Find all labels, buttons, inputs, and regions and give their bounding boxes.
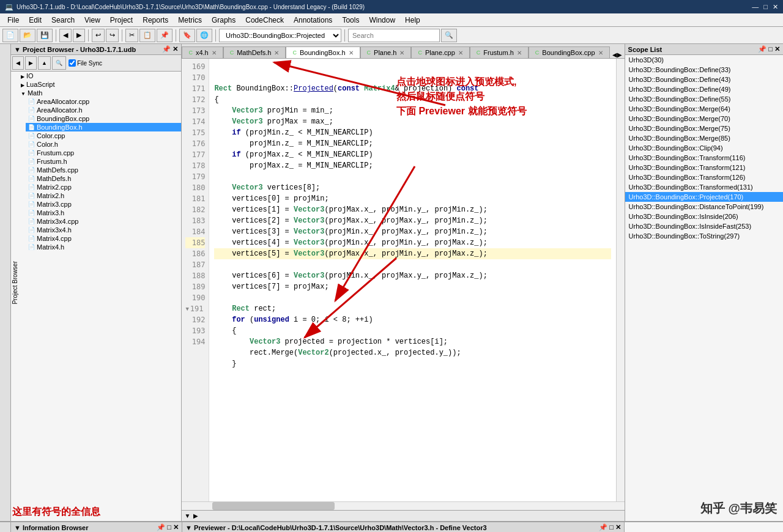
pb-forward-btn[interactable]: ▶	[25, 56, 37, 70]
sl-item[interactable]: Urho3D::BoundingBox::Define(49)	[625, 84, 783, 94]
open-button[interactable]: 📂	[20, 29, 35, 42]
tab-close-icon[interactable]: ✕	[212, 50, 217, 56]
tree-item-mathdefs-h[interactable]: 📄 MathDefs.h	[26, 174, 181, 183]
tab-close-icon[interactable]: ✕	[399, 50, 404, 56]
tab-close-icon[interactable]: ✕	[598, 50, 603, 56]
tree-item-matrix3-h[interactable]: 📄 Matrix3.h	[26, 209, 181, 217]
pb-filesync-label[interactable]: File Sync	[69, 56, 102, 70]
menu-file[interactable]: File	[2, 15, 24, 26]
tree-item-color-h[interactable]: 📄 Color.h	[26, 140, 181, 149]
pb-pin-icon[interactable]: 📌	[162, 45, 171, 53]
undo-button[interactable]: ↩	[92, 29, 105, 42]
back-button[interactable]: ◀	[59, 29, 72, 42]
menu-edit[interactable]: Edit	[24, 15, 46, 26]
tab-plane-h[interactable]: C Plane.h ✕	[360, 46, 412, 58]
tree-item-mathdefs-cpp[interactable]: 📄 MathDefs.cpp	[26, 166, 181, 174]
sl-item[interactable]: Urho3D(30)	[625, 55, 783, 65]
pb-close-icon[interactable]: ✕	[173, 45, 178, 53]
menu-window[interactable]: Window	[364, 15, 400, 26]
menu-reports[interactable]: Reports	[138, 15, 173, 26]
sl-item[interactable]: Urho3D::BoundingBox::Transform(126)	[625, 172, 783, 182]
sl-item[interactable]: Urho3D::BoundingBox::Transformed(131)	[625, 182, 783, 192]
menu-codecheck[interactable]: CodeCheck	[240, 15, 289, 26]
sl-item[interactable]: Urho3D::BoundingBox::IsInside(206)	[625, 212, 783, 221]
menu-help[interactable]: Help	[400, 15, 425, 26]
pb-filesync-checkbox[interactable]	[69, 59, 76, 67]
tab-close-icon[interactable]: ✕	[349, 50, 354, 56]
tree-item-matrix2-cpp[interactable]: 📄 Matrix2.cpp	[26, 183, 181, 191]
code-editor[interactable]: 169 170 171 172 173 174 175 176 177 178 …	[182, 59, 624, 501]
tree-item-matrix4-cpp[interactable]: 📄 Matrix4.cpp	[26, 234, 181, 243]
tree-item-boundingbox-cpp[interactable]: 📄 BoundingBox.cpp	[26, 114, 181, 123]
code-scrollbar-vertical[interactable]	[616, 59, 625, 501]
menu-search[interactable]: Search	[46, 15, 80, 26]
window-controls[interactable]: — □ ✕	[752, 3, 778, 11]
sl-item-projected[interactable]: Urho3D::BoundingBox::Projected(170)	[625, 192, 783, 202]
pb-back-btn[interactable]: ◀	[12, 56, 24, 70]
paste-button[interactable]: 📌	[157, 29, 173, 42]
sl-item[interactable]: Urho3D::BoundingBox::Merge(85)	[625, 133, 783, 143]
tab-close-icon[interactable]: ✕	[458, 50, 463, 56]
sl-item[interactable]: Urho3D::BoundingBox::Merge(75)	[625, 124, 783, 133]
code-content[interactable]: Rect BoundingBox::Projected(const Matrix…	[209, 59, 615, 501]
pv-pin-icon[interactable]: 📌	[599, 523, 607, 531]
sl-item[interactable]: Urho3D::BoundingBox::IsInsideFast(253)	[625, 221, 783, 231]
copy-button[interactable]: 📋	[139, 29, 155, 42]
tab-close-icon[interactable]: ✕	[517, 50, 522, 56]
sl-expand-icon[interactable]: □	[768, 45, 773, 53]
save-button[interactable]: 💾	[37, 29, 53, 42]
tree-item-matrix3x4-h[interactable]: 📄 Matrix3x4.h	[26, 226, 181, 234]
sl-item[interactable]: Urho3D::BoundingBox::Clip(94)	[625, 143, 783, 153]
tab-frustum-h[interactable]: C Frustum.h ✕	[470, 46, 529, 58]
search-input[interactable]	[348, 29, 440, 42]
tree-item-color-cpp[interactable]: 📄 Color.cpp	[26, 131, 181, 140]
ib-expand-icon[interactable]: □	[167, 523, 171, 531]
tab-scroll-left[interactable]: ◀	[612, 51, 617, 58]
bookmark-button[interactable]: 🔖	[179, 29, 195, 42]
pv-close-icon[interactable]: ✕	[615, 523, 621, 531]
menu-graphs[interactable]: Graphs	[207, 15, 240, 26]
pb-up-btn[interactable]: ▲	[38, 56, 51, 70]
maximize-button[interactable]: □	[763, 3, 768, 11]
scope-dropdown[interactable]: Urho3D::BoundingBox::Projected	[219, 29, 341, 42]
collapse-icon[interactable]: ▼	[184, 512, 190, 519]
tree-item-io[interactable]: IO	[18, 72, 181, 80]
cut-button[interactable]: ✂	[125, 29, 138, 42]
redo-button[interactable]: ↪	[106, 29, 119, 42]
close-button[interactable]: ✕	[773, 3, 778, 11]
tab-plane-cpp[interactable]: C Plane.cpp ✕	[411, 46, 469, 58]
ib-pin-icon[interactable]: 📌	[157, 523, 165, 531]
sl-item[interactable]: Urho3D::BoundingBox::DistanceToPoint(199…	[625, 202, 783, 212]
sl-item[interactable]: Urho3D::BoundingBox::Merge(64)	[625, 104, 783, 114]
scrollbar-thumb[interactable]	[212, 502, 335, 510]
sl-item[interactable]: Urho3D::BoundingBox::Transform(116)	[625, 153, 783, 163]
tree-item-matrix2-h[interactable]: 📄 Matrix2.h	[26, 191, 181, 200]
tree-item-areaallocator-h[interactable]: 📄 AreaAllocator.h	[26, 106, 181, 114]
tree-item-frustum-h[interactable]: 📄 Frustum.h	[26, 157, 181, 166]
sl-item[interactable]: Urho3D::BoundingBox::Define(33)	[625, 65, 783, 75]
tree-item-matrix3x4-cpp[interactable]: 📄 Matrix3x4.cpp	[26, 217, 181, 226]
tree-item-luascript[interactable]: LuaScript	[18, 80, 181, 89]
globe-button[interactable]: 🌐	[196, 29, 212, 42]
pv-expand-icon[interactable]: □	[609, 523, 614, 531]
sl-close-icon[interactable]: ✕	[774, 45, 780, 53]
tree-item-matrix3-cpp[interactable]: 📄 Matrix3.cpp	[26, 200, 181, 209]
tab-x4h[interactable]: C x4.h ✕	[182, 46, 223, 58]
sl-item[interactable]: Urho3D::BoundingBox::Transform(121)	[625, 163, 783, 172]
pb-search-btn[interactable]: 🔍	[52, 56, 66, 70]
sl-pin-icon[interactable]: 📌	[758, 45, 766, 53]
tab-close-icon[interactable]: ✕	[274, 50, 279, 56]
menu-tools[interactable]: Tools	[337, 15, 364, 26]
search-button[interactable]: 🔍	[441, 29, 457, 42]
tree-item-matrix4-h[interactable]: 📄 Matrix4.h	[26, 243, 181, 251]
tab-mathdefs[interactable]: C MathDefs.h ✕	[223, 46, 286, 58]
menu-metrics[interactable]: Metrics	[173, 15, 207, 26]
code-scrollbar-horizontal[interactable]	[182, 501, 624, 510]
tab-boundingbox-cpp[interactable]: C BoundingBox.cpp ✕	[529, 46, 610, 58]
new-button[interactable]: 📄	[2, 29, 18, 42]
tree-item-boundingbox-h[interactable]: 📄 BoundingBox.h	[26, 123, 181, 131]
tab-scroll-right[interactable]: ▶	[617, 51, 622, 58]
sl-item[interactable]: Urho3D::BoundingBox::Define(55)	[625, 94, 783, 104]
sl-item[interactable]: Urho3D::BoundingBox::Define(43)	[625, 75, 783, 84]
tree-item-frustum-cpp[interactable]: 📄 Frustum.cpp	[26, 149, 181, 157]
